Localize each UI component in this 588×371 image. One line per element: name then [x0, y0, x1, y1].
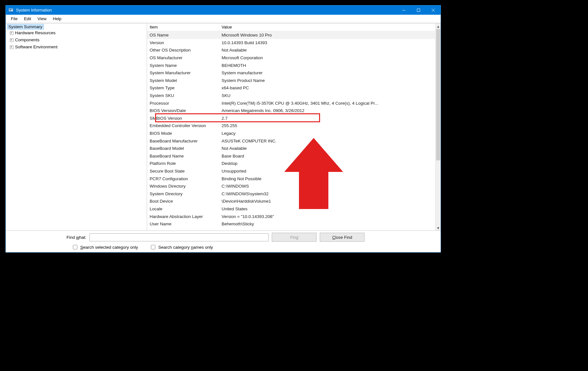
menu-help[interactable]: Help	[50, 16, 65, 22]
detail-item-label: Secure Boot State	[147, 169, 219, 173]
detail-item-value: Not Available	[219, 48, 435, 52]
close-find-button[interactable]: Close Find	[320, 233, 365, 242]
detail-item-label: System Name	[147, 63, 219, 68]
detail-row[interactable]: ProcessorIntel(R) Core(TM) i5-3570K CPU …	[147, 99, 435, 107]
detail-row[interactable]: BaseBoard ManufacturerASUSTeK COMPUTER I…	[147, 137, 435, 145]
tree-root-system-summary[interactable]: System Summary	[7, 24, 44, 29]
detail-row[interactable]: BaseBoard NameBase Board	[147, 152, 435, 160]
detail-item-value: System Product Name	[219, 78, 435, 83]
scroll-down-icon[interactable]: ▾	[435, 225, 441, 230]
detail-item-label: Platform Role	[147, 161, 219, 166]
scroll-up-icon[interactable]: ▴	[435, 23, 441, 29]
search-selected-category-checkbox[interactable]: Search selected category only	[72, 244, 138, 250]
detail-row[interactable]: User NameBehemoth\Sticky	[147, 220, 435, 228]
detail-row[interactable]: Hardware Abstraction LayerVersion = "10.…	[147, 213, 435, 220]
detail-row[interactable]: OS NameMicrosoft Windows 10 Pro	[147, 31, 435, 39]
detail-row[interactable]: LocaleUnited States	[147, 205, 435, 213]
search-category-names-checkbox[interactable]: Search category names only	[150, 244, 213, 250]
detail-item-label: System Manufacturer	[147, 70, 219, 75]
detail-item-value: Legacy	[219, 131, 435, 136]
category-tree[interactable]: System Summary Hardware Resources Compon…	[6, 23, 147, 230]
detail-item-value: C:\WINDOWS	[219, 184, 435, 189]
detail-item-value: 2.7	[219, 116, 435, 121]
detail-row[interactable]: BaseBoard ModelNot Available	[147, 145, 435, 152]
detail-item-label: Boot Device	[147, 199, 219, 204]
detail-item-value: Base Board	[219, 154, 435, 158]
detail-row[interactable]: Version10.0.14393 Build 14393	[147, 39, 435, 47]
detail-item-label: Version	[147, 40, 219, 45]
detail-item-label: BIOS Version/Date	[147, 108, 219, 113]
tree-item-components[interactable]: Components	[7, 36, 147, 44]
detail-row[interactable]: System SKUSKU	[147, 92, 435, 100]
detail-item-label: BaseBoard Model	[147, 146, 219, 151]
detail-item-label: BIOS Mode	[147, 131, 219, 136]
detail-row[interactable]: Secure Boot StateUnsupported	[147, 167, 435, 175]
detail-row[interactable]: System Typex64-based PC	[147, 84, 435, 92]
detail-row[interactable]: PCR7 ConfigurationBinding Not Possible	[147, 175, 435, 182]
detail-row[interactable]: SMBIOS Version2.7	[147, 115, 435, 122]
detail-row[interactable]: System ManufacturerSystem manufacturer	[147, 69, 435, 77]
svg-rect-2	[9, 10, 11, 11]
detail-item-value: 255.255	[219, 123, 435, 128]
system-information-window: System Information File Edit View Help S…	[5, 5, 441, 253]
detail-row[interactable]: System ModelSystem Product Name	[147, 77, 435, 85]
detail-row[interactable]: System DirectoryC:\WINDOWS\system32	[147, 190, 435, 198]
minimize-button[interactable]	[396, 5, 411, 15]
menu-file[interactable]: File	[8, 16, 21, 22]
detail-row[interactable]: BIOS ModeLegacy	[147, 130, 435, 137]
detail-row[interactable]: Platform RoleDesktop	[147, 160, 435, 167]
detail-item-label: System Directory	[147, 191, 219, 196]
tree-item-hardware-resources[interactable]: Hardware Resources	[7, 29, 147, 36]
detail-item-value: Unsupported	[219, 169, 435, 173]
svg-rect-5	[417, 9, 420, 12]
detail-item-value: Desktop	[219, 161, 435, 166]
detail-item-value: Not Available	[219, 146, 435, 151]
svg-rect-3	[10, 12, 12, 12]
detail-item-value: American Megatrends Inc. 0906, 3/26/2012	[219, 108, 435, 113]
detail-item-label: Embedded Controller Version	[147, 123, 219, 128]
detail-item-value: Behemoth\Sticky	[219, 222, 435, 226]
vertical-scrollbar[interactable]: ▴ ▾	[435, 23, 441, 230]
detail-item-value: System manufacturer	[219, 70, 435, 75]
detail-item-value: C:\WINDOWS\system32	[219, 191, 435, 196]
detail-row[interactable]: BIOS Version/DateAmerican Megatrends Inc…	[147, 107, 435, 115]
column-header-value[interactable]: Value	[219, 23, 435, 31]
find-button[interactable]: Find	[272, 233, 317, 242]
detail-row[interactable]: Embedded Controller Version255.255	[147, 122, 435, 130]
detail-item-value: 10.0.14393 Build 14393	[219, 40, 435, 45]
detail-item-label: BaseBoard Manufacturer	[147, 139, 219, 143]
close-button[interactable]	[426, 5, 441, 15]
find-what-label: Find what:	[67, 235, 86, 240]
scroll-thumb[interactable]	[436, 29, 440, 160]
detail-item-value: Version = "10.0.14393.206"	[219, 214, 435, 219]
tree-item-label: Hardware Resources	[15, 30, 56, 35]
detail-header[interactable]: Item Value	[147, 23, 435, 31]
detail-item-label: Locale	[147, 206, 219, 211]
detail-row[interactable]: System NameBEHEMOTH	[147, 61, 435, 69]
detail-item-label: Other OS Description	[147, 48, 219, 52]
menu-edit[interactable]: Edit	[21, 16, 34, 22]
detail-item-label: OS Manufacturer	[147, 55, 219, 60]
window-title: System Information	[16, 8, 396, 12]
find-input[interactable]	[90, 233, 269, 241]
detail-item-value: x64-based PC	[219, 85, 435, 90]
detail-item-value: United States	[219, 206, 435, 211]
column-header-item[interactable]: Item	[147, 23, 219, 31]
detail-item-label: Windows Directory	[147, 184, 219, 189]
tree-item-software-environment[interactable]: Software Environment	[7, 44, 147, 51]
find-bar: Find what: Find Close Find Search select…	[6, 230, 441, 252]
detail-item-value: \Device\HarddiskVolume1	[219, 199, 435, 204]
titlebar[interactable]: System Information	[6, 5, 441, 15]
menu-view[interactable]: View	[34, 16, 50, 22]
detail-item-value: SKU	[219, 93, 435, 98]
detail-row[interactable]: Other OS DescriptionNot Available	[147, 46, 435, 54]
maximize-button[interactable]	[411, 5, 426, 15]
detail-item-value: Binding Not Possible	[219, 176, 435, 181]
detail-row[interactable]: Windows DirectoryC:\WINDOWS	[147, 182, 435, 190]
detail-item-label: User Name	[147, 222, 219, 226]
detail-row[interactable]: OS ManufacturerMicrosoft Corporation	[147, 54, 435, 62]
detail-item-label: System SKU	[147, 93, 219, 98]
detail-row[interactable]: Boot Device\Device\HarddiskVolume1	[147, 198, 435, 205]
detail-item-value: Microsoft Windows 10 Pro	[219, 33, 435, 37]
app-icon	[8, 8, 13, 13]
